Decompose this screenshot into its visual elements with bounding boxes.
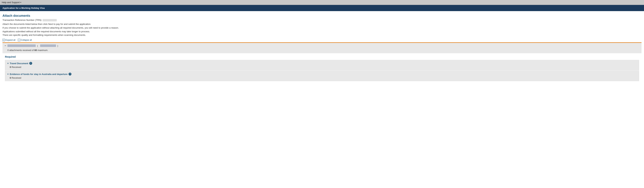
quality-formatting-link[interactable]: quality and formatting <box>22 34 43 36</box>
collapse-icon: − <box>18 39 20 41</box>
attachments-summary: 0 attachments received of <box>8 49 34 52</box>
instruction-prefix: There are specific <box>2 34 22 36</box>
doc-received-count-travel: 0 <box>10 66 11 68</box>
doc-expand-funds-button[interactable]: + <box>7 73 9 76</box>
attachments-count: 0 attachments received of 60 maximum. <box>2 49 642 53</box>
section-paren-open: ( <box>37 44 38 47</box>
doc-received-funds: 0 Received <box>5 76 639 81</box>
doc-title-travel[interactable]: Travel Document <box>10 62 28 65</box>
instruction-line-4: There are specific quality and formattin… <box>2 33 642 37</box>
trn-label: Transaction Reference Number (TRN): <box>2 19 42 21</box>
doc-received-label-funds: Received <box>12 77 21 79</box>
trn-line: Transaction Reference Number (TRN): <box>2 19 642 21</box>
required-section: Required + Travel Document ? 0 Received … <box>2 53 642 81</box>
application-title: Application for a Working Holiday Visa <box>2 7 45 9</box>
instruction-line-3: Applications submitted without all the r… <box>2 30 642 33</box>
instruction-line-2: If you choose to submit the application … <box>2 26 642 30</box>
instruction-suffix: requirements when scanning documents. <box>43 34 86 36</box>
help-and-support-menu[interactable]: Help and Support ▾ <box>2 1 21 4</box>
doc-item-header-travel: + Travel Document ? <box>5 60 639 65</box>
expand-all-button[interactable]: + Expand all <box>2 39 16 41</box>
instructions: Attach the documents listed below then c… <box>2 22 642 37</box>
doc-received-label-travel: Received <box>12 66 21 68</box>
doc-received-travel: 0 Received <box>5 65 639 70</box>
section-collapse-button[interactable]: − <box>4 44 6 47</box>
doc-title-funds[interactable]: Evidence of funds for stay in Australia … <box>10 73 68 76</box>
document-item-funds: + Evidence of funds for stay in Australi… <box>5 71 639 81</box>
section-header: − ( ) <box>2 43 642 49</box>
attachments-suffix: maximum. <box>37 49 48 52</box>
doc-received-count-funds: 0 <box>10 77 11 79</box>
chevron-down-icon: ▾ <box>20 1 21 3</box>
attachments-max: 60 <box>34 49 37 52</box>
document-item-travel: + Travel Document ? 0 Received <box>5 60 639 70</box>
expand-all-label: Expand all <box>6 39 16 41</box>
help-support-label: Help and Support <box>2 1 20 4</box>
expand-icon: + <box>2 39 5 41</box>
trn-value <box>42 19 57 21</box>
section-name-blurred <box>8 44 36 47</box>
main-content: Attach documents Transaction Reference N… <box>0 11 644 88</box>
doc-expand-travel-button[interactable]: + <box>7 62 9 65</box>
page-title: Attach documents <box>2 14 642 18</box>
expand-collapse-bar: + Expand all − Collapse all <box>2 39 642 41</box>
required-label: Required <box>5 55 639 58</box>
doc-item-header-funds: + Evidence of funds for stay in Australi… <box>5 71 639 76</box>
collapse-all-label: Collapse all <box>21 39 32 41</box>
top-bar: Help and Support ▾ <box>0 0 644 5</box>
bottom-spacer <box>2 82 642 85</box>
section-name-blurred2 <box>40 44 56 47</box>
doc-help-travel-icon[interactable]: ? <box>29 62 32 65</box>
section-container: − ( ) 0 attachments received of 60 maxim… <box>2 43 642 53</box>
section-paren-close: ) <box>58 44 58 47</box>
doc-help-funds-icon[interactable]: ? <box>68 73 72 76</box>
instruction-line-1: Attach the documents listed below then c… <box>2 22 642 26</box>
header-bar: Application for a Working Holiday Visa <box>0 5 644 11</box>
collapse-all-button[interactable]: − Collapse all <box>18 39 32 41</box>
